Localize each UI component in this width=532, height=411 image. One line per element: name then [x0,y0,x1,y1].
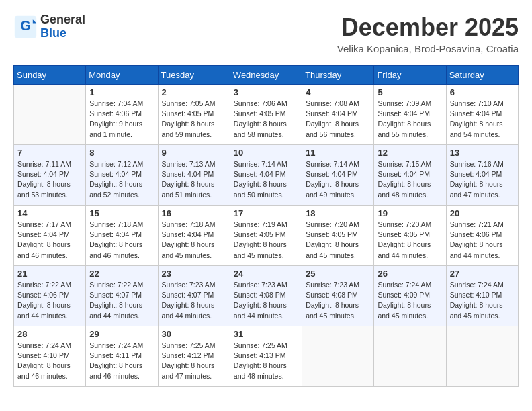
day-number: 10 [234,148,298,158]
calendar-day-cell: 27Sunrise: 7:24 AM Sunset: 4:10 PM Dayli… [446,266,518,326]
day-info: Sunrise: 7:20 AM Sunset: 4:05 PM Dayligh… [378,220,442,261]
calendar-day-cell: 23Sunrise: 7:23 AM Sunset: 4:07 PM Dayli… [158,266,230,326]
day-number: 1 [89,87,154,97]
day-number: 27 [450,269,515,279]
day-info: Sunrise: 7:23 AM Sunset: 4:08 PM Dayligh… [306,280,370,321]
day-info: Sunrise: 7:24 AM Sunset: 4:09 PM Dayligh… [378,280,442,321]
calendar-day-cell: 9Sunrise: 7:13 AM Sunset: 4:04 PM Daylig… [158,145,230,205]
day-number: 18 [306,208,370,218]
day-info: Sunrise: 7:17 AM Sunset: 4:04 PM Dayligh… [17,220,82,261]
calendar-day-cell: 6Sunrise: 7:10 AM Sunset: 4:04 PM Daylig… [446,85,518,145]
calendar-day-cell: 21Sunrise: 7:22 AM Sunset: 4:06 PM Dayli… [14,266,86,326]
day-info: Sunrise: 7:14 AM Sunset: 4:04 PM Dayligh… [234,159,298,200]
month-title: December 2025 [337,13,519,42]
day-info: Sunrise: 7:09 AM Sunset: 4:04 PM Dayligh… [378,99,442,140]
calendar-day-cell: 8Sunrise: 7:12 AM Sunset: 4:04 PM Daylig… [86,145,158,205]
weekday-header: Monday [86,66,158,85]
svg-text:G: G [20,18,30,33]
calendar-day-cell: 16Sunrise: 7:18 AM Sunset: 4:04 PM Dayli… [158,205,230,266]
day-number: 11 [306,148,370,158]
day-number: 17 [234,208,298,218]
calendar-day-cell: 29Sunrise: 7:24 AM Sunset: 4:11 PM Dayli… [86,326,158,387]
calendar-week-row: 14Sunrise: 7:17 AM Sunset: 4:04 PM Dayli… [14,205,519,266]
day-info: Sunrise: 7:22 AM Sunset: 4:06 PM Dayligh… [17,280,82,321]
calendar-day-cell: 20Sunrise: 7:21 AM Sunset: 4:06 PM Dayli… [446,205,518,266]
day-info: Sunrise: 7:06 AM Sunset: 4:05 PM Dayligh… [234,99,298,140]
day-number: 29 [89,329,154,339]
calendar-day-cell [14,85,86,145]
calendar-day-cell: 22Sunrise: 7:22 AM Sunset: 4:07 PM Dayli… [86,266,158,326]
day-number: 15 [89,208,154,218]
calendar-day-cell: 17Sunrise: 7:19 AM Sunset: 4:05 PM Dayli… [230,205,302,266]
day-number: 3 [234,87,298,97]
day-info: Sunrise: 7:16 AM Sunset: 4:04 PM Dayligh… [450,159,515,200]
day-info: Sunrise: 7:20 AM Sunset: 4:05 PM Dayligh… [306,220,370,261]
day-number: 16 [162,208,226,218]
day-info: Sunrise: 7:18 AM Sunset: 4:04 PM Dayligh… [89,220,154,261]
day-number: 12 [378,148,442,158]
day-number: 31 [234,329,298,339]
logo: G General Blue [13,13,85,40]
calendar-day-cell: 3Sunrise: 7:06 AM Sunset: 4:05 PM Daylig… [230,85,302,145]
day-info: Sunrise: 7:13 AM Sunset: 4:04 PM Dayligh… [162,159,226,200]
calendar-day-cell: 5Sunrise: 7:09 AM Sunset: 4:04 PM Daylig… [374,85,446,145]
day-info: Sunrise: 7:23 AM Sunset: 4:07 PM Dayligh… [162,280,226,321]
day-info: Sunrise: 7:10 AM Sunset: 4:04 PM Dayligh… [450,99,515,140]
day-info: Sunrise: 7:12 AM Sunset: 4:04 PM Dayligh… [89,159,154,200]
day-info: Sunrise: 7:24 AM Sunset: 4:11 PM Dayligh… [89,340,154,381]
day-info: Sunrise: 7:22 AM Sunset: 4:07 PM Dayligh… [89,280,154,321]
logo-blue-text: Blue [40,27,85,40]
day-number: 24 [234,269,298,279]
calendar-week-row: 7Sunrise: 7:11 AM Sunset: 4:04 PM Daylig… [14,145,519,205]
calendar-day-cell: 11Sunrise: 7:14 AM Sunset: 4:04 PM Dayli… [302,145,374,205]
day-number: 5 [378,87,442,97]
page-header: G General Blue December 2025 Velika Kopa… [13,13,519,54]
day-info: Sunrise: 7:04 AM Sunset: 4:06 PM Dayligh… [89,99,154,140]
calendar-day-cell: 2Sunrise: 7:05 AM Sunset: 4:05 PM Daylig… [158,85,230,145]
day-info: Sunrise: 7:24 AM Sunset: 4:10 PM Dayligh… [450,280,515,321]
calendar-day-cell: 25Sunrise: 7:23 AM Sunset: 4:08 PM Dayli… [302,266,374,326]
calendar-week-row: 1Sunrise: 7:04 AM Sunset: 4:06 PM Daylig… [14,85,519,145]
calendar-day-cell [446,326,518,387]
day-number: 2 [162,87,226,97]
day-number: 25 [306,269,370,279]
day-number: 30 [162,329,226,339]
day-number: 21 [17,269,82,279]
calendar-day-cell: 14Sunrise: 7:17 AM Sunset: 4:04 PM Dayli… [14,205,86,266]
location: Velika Kopanica, Brod-Posavina, Croatia [337,43,519,54]
day-info: Sunrise: 7:14 AM Sunset: 4:04 PM Dayligh… [306,159,370,200]
day-info: Sunrise: 7:25 AM Sunset: 4:12 PM Dayligh… [162,340,226,381]
day-number: 19 [378,208,442,218]
calendar-day-cell: 13Sunrise: 7:16 AM Sunset: 4:04 PM Dayli… [446,145,518,205]
calendar-day-cell [374,326,446,387]
calendar-day-cell: 4Sunrise: 7:08 AM Sunset: 4:04 PM Daylig… [302,85,374,145]
calendar-day-cell: 30Sunrise: 7:25 AM Sunset: 4:12 PM Dayli… [158,326,230,387]
calendar-table: SundayMondayTuesdayWednesdayThursdayFrid… [13,65,519,387]
calendar-day-cell: 15Sunrise: 7:18 AM Sunset: 4:04 PM Dayli… [86,205,158,266]
logo-general-text: General [40,13,85,27]
day-info: Sunrise: 7:08 AM Sunset: 4:04 PM Dayligh… [306,99,370,140]
day-number: 6 [450,87,515,97]
day-number: 9 [162,148,226,158]
calendar-day-cell: 7Sunrise: 7:11 AM Sunset: 4:04 PM Daylig… [14,145,86,205]
calendar-day-cell: 24Sunrise: 7:23 AM Sunset: 4:08 PM Dayli… [230,266,302,326]
day-number: 26 [378,269,442,279]
day-info: Sunrise: 7:24 AM Sunset: 4:10 PM Dayligh… [17,340,82,381]
day-number: 8 [89,148,154,158]
calendar-day-cell: 26Sunrise: 7:24 AM Sunset: 4:09 PM Dayli… [374,266,446,326]
day-number: 28 [17,329,82,339]
day-number: 7 [17,148,82,158]
weekday-header: Friday [374,66,446,85]
weekday-header: Thursday [302,66,374,85]
calendar-day-cell: 28Sunrise: 7:24 AM Sunset: 4:10 PM Dayli… [14,326,86,387]
title-area: December 2025 Velika Kopanica, Brod-Posa… [337,13,519,54]
day-info: Sunrise: 7:11 AM Sunset: 4:04 PM Dayligh… [17,159,82,200]
weekday-header: Saturday [446,66,518,85]
day-info: Sunrise: 7:21 AM Sunset: 4:06 PM Dayligh… [450,220,515,261]
day-info: Sunrise: 7:19 AM Sunset: 4:05 PM Dayligh… [234,220,298,261]
day-number: 23 [162,269,226,279]
day-info: Sunrise: 7:23 AM Sunset: 4:08 PM Dayligh… [234,280,298,321]
day-info: Sunrise: 7:18 AM Sunset: 4:04 PM Dayligh… [162,220,226,261]
calendar-week-row: 28Sunrise: 7:24 AM Sunset: 4:10 PM Dayli… [14,326,519,387]
calendar-week-row: 21Sunrise: 7:22 AM Sunset: 4:06 PM Dayli… [14,266,519,326]
